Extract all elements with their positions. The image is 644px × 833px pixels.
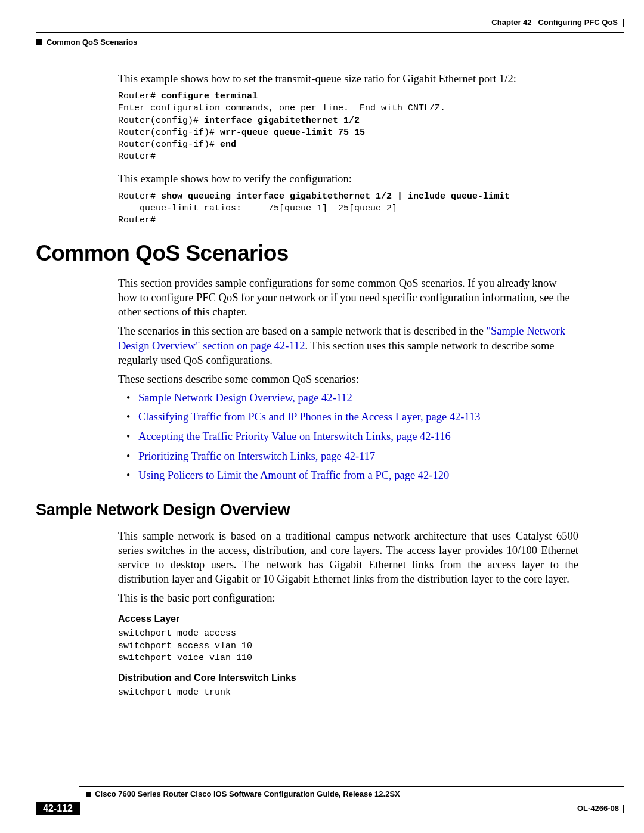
- page-footer: Cisco 7600 Series Router Cisco IOS Softw…: [36, 786, 624, 815]
- list-item: Accepting the Traffic Priority Value on …: [118, 430, 578, 444]
- page-content: This example shows how to set the transm…: [118, 72, 578, 707]
- section-paragraph-1: This section provides sample configurati…: [118, 276, 578, 319]
- section-paragraph-2: The scenarios in this section are based …: [118, 324, 578, 367]
- code-block-1: Router# configure terminal Enter configu…: [118, 91, 578, 163]
- list-item: Sample Network Design Overview, page 42-…: [118, 391, 578, 405]
- publication-number: OL-4266-08: [577, 804, 624, 813]
- breadcrumb: Common QoS Scenarios: [36, 32, 624, 48]
- subhead-distribution-core: Distribution and Core Interswitch Links: [118, 673, 578, 683]
- breadcrumb-text: Common QoS Scenarios: [47, 38, 137, 47]
- chapter-header: Chapter 42 Configuring PFC QoS: [491, 18, 624, 27]
- list-item: Using Policers to Limit the Amount of Tr…: [118, 469, 578, 483]
- chapter-title: Configuring PFC QoS: [538, 18, 618, 27]
- pubnum-separator: [623, 805, 624, 813]
- code-block-2: Router# show queueing interface gigabite…: [118, 191, 578, 227]
- section-paragraph-3: These sections describe some common QoS …: [118, 372, 578, 386]
- heading-sample-network-design: Sample Network Design Overview: [36, 501, 578, 519]
- intro-paragraph-1: This example shows how to set the transm…: [118, 72, 578, 86]
- link-accepting-priority[interactable]: Accepting the Traffic Priority Value on …: [138, 431, 451, 442]
- breadcrumb-bullet-icon: [36, 39, 42, 45]
- footer-rule: [79, 786, 624, 787]
- code-distribution-core: switchport mode trunk: [118, 687, 578, 699]
- heading-common-qos-scenarios: Common QoS Scenarios: [36, 241, 578, 266]
- overview-paragraph-1: This sample network is based on a tradit…: [118, 529, 578, 586]
- header-separator: [623, 19, 624, 27]
- link-sample-overview[interactable]: Sample Network Design Overview, page 42-…: [138, 392, 352, 404]
- overview-paragraph-2: This is the basic port configuration:: [118, 591, 578, 605]
- link-prioritizing-traffic[interactable]: Prioritizing Traffic on Interswitch Link…: [138, 450, 375, 462]
- subhead-access-layer: Access Layer: [118, 614, 578, 624]
- footer-bullet-icon: [86, 792, 91, 797]
- code-access-layer: switchport mode access switchport access…: [118, 628, 578, 664]
- link-using-policers[interactable]: Using Policers to Limit the Amount of Tr…: [138, 469, 449, 481]
- list-item: Classifying Traffic from PCs and IP Phon…: [118, 410, 578, 425]
- intro-paragraph-2: This example shows how to verify the con…: [118, 172, 578, 186]
- scenario-list: Sample Network Design Overview, page 42-…: [118, 391, 578, 483]
- chapter-number: Chapter 42: [491, 18, 531, 27]
- footer-guide-title: Cisco 7600 Series Router Cisco IOS Softw…: [83, 789, 624, 798]
- page-number-badge: 42-112: [36, 802, 80, 815]
- list-item: Prioritizing Traffic on Interswitch Link…: [118, 450, 578, 464]
- link-classifying-traffic[interactable]: Classifying Traffic from PCs and IP Phon…: [138, 411, 481, 423]
